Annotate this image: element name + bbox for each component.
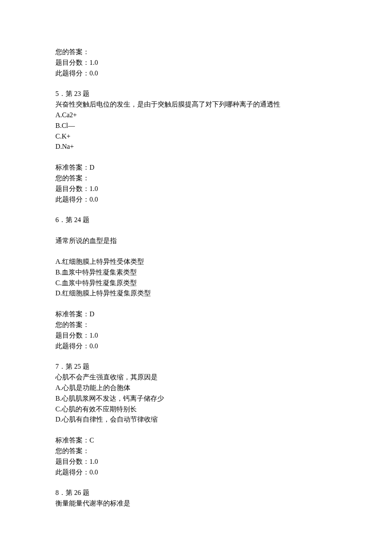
- score-value: 1.0: [89, 332, 98, 339]
- score-value: 1.0: [89, 59, 98, 66]
- question-index: 5．: [55, 90, 66, 97]
- score-line: 题目分数：1.0: [55, 330, 337, 341]
- your-answer-line: 您的答案：: [55, 173, 337, 184]
- question-stem: 心肌不会产生强直收缩，其原因是: [55, 372, 337, 383]
- question-index: 7．: [55, 363, 66, 370]
- spacer: [55, 477, 337, 488]
- earned-line: 此题得分：0.0: [55, 341, 337, 352]
- option: A.红细胞膜上特异性受体类型: [55, 257, 337, 267]
- score-value: 1.0: [89, 185, 98, 192]
- earned-value: 0.0: [89, 69, 98, 77]
- standard-answer-line: 标准答案：D: [55, 162, 337, 173]
- question-stem: 兴奋性突触后电位的发生，是由于突触后膜提高了对下列哪种离子的通透性: [55, 99, 337, 110]
- score-label: 题目分数：: [55, 59, 89, 66]
- question-index: 8．: [55, 489, 66, 496]
- earned-line: 此题得分：0.0: [55, 194, 337, 205]
- question-header: 7．第 25 题: [55, 361, 337, 372]
- question-header: 8．第 26 题: [55, 488, 337, 498]
- option: C.K+: [55, 131, 337, 142]
- score-label: 题目分数：: [55, 332, 89, 339]
- your-answer-line: 您的答案：: [55, 47, 337, 58]
- option: D.心肌有自律性，会自动节律收缩: [55, 414, 337, 425]
- option: C.心肌的有效不应期特别长: [55, 404, 337, 415]
- question-title: 第 26 题: [66, 489, 89, 496]
- standard-answer-line: 标准答案：D: [55, 309, 337, 320]
- spacer: [55, 78, 337, 89]
- earned-label: 此题得分：: [55, 342, 89, 350]
- score-value: 1.0: [89, 458, 98, 465]
- earned-label: 此题得分：: [55, 196, 89, 203]
- option: D.红细胞膜上特异性凝集原类型: [55, 288, 337, 299]
- earned-line: 此题得分：0.0: [55, 68, 337, 79]
- spacer: [55, 351, 337, 361]
- your-answer-label: 您的答案：: [55, 48, 89, 55]
- standard-answer-value: D: [89, 164, 95, 171]
- score-line: 题目分数：1.0: [55, 184, 337, 194]
- standard-answer-line: 标准答案：C: [55, 435, 337, 446]
- earned-label: 此题得分：: [55, 69, 89, 77]
- option: A.心肌是功能上的合胞体: [55, 383, 337, 393]
- your-answer-line: 您的答案：: [55, 446, 337, 457]
- earned-line: 此题得分：0.0: [55, 467, 337, 478]
- option: B.血浆中特异性凝集素类型: [55, 267, 337, 278]
- spacer: [55, 152, 337, 162]
- your-answer-label: 您的答案：: [55, 321, 89, 328]
- question-header: 5．第 23 题: [55, 89, 337, 99]
- standard-answer-value: D: [89, 310, 95, 318]
- your-answer-label: 您的答案：: [55, 447, 89, 454]
- question-stem: 通常所说的血型是指: [55, 236, 337, 246]
- your-answer-label: 您的答案：: [55, 174, 89, 182]
- question-stem: 衡量能量代谢率的标准是: [55, 498, 337, 509]
- your-answer-line: 您的答案：: [55, 320, 337, 330]
- option: B.Cl—: [55, 121, 337, 131]
- option: C.血浆中特异性凝集原类型: [55, 278, 337, 289]
- standard-answer-label: 标准答案：: [55, 436, 89, 444]
- option: B.心肌肌浆网不发达，钙离子储存少: [55, 393, 337, 404]
- spacer: [55, 225, 337, 236]
- spacer: [55, 425, 337, 435]
- spacer: [55, 299, 337, 309]
- spacer: [55, 205, 337, 215]
- score-line: 题目分数：1.0: [55, 58, 337, 68]
- earned-label: 此题得分：: [55, 468, 89, 476]
- option: D.Na+: [55, 142, 337, 152]
- earned-value: 0.0: [89, 342, 98, 350]
- question-title: 第 23 题: [66, 90, 89, 97]
- standard-answer-label: 标准答案：: [55, 164, 89, 171]
- standard-answer-value: C: [89, 436, 94, 444]
- exam-page: 您的答案： 题目分数：1.0 此题得分：0.0 5．第 23 题 兴奋性突触后电…: [0, 0, 392, 555]
- score-line: 题目分数：1.0: [55, 457, 337, 467]
- question-header: 6．第 24 题: [55, 215, 337, 225]
- question-index: 6．: [55, 216, 66, 223]
- earned-value: 0.0: [89, 468, 98, 476]
- standard-answer-label: 标准答案：: [55, 310, 89, 318]
- earned-value: 0.0: [89, 196, 98, 203]
- score-label: 题目分数：: [55, 458, 89, 465]
- question-title: 第 25 题: [66, 363, 89, 370]
- spacer: [55, 246, 337, 257]
- option: A.Ca2+: [55, 110, 337, 121]
- score-label: 题目分数：: [55, 185, 89, 192]
- question-title: 第 24 题: [66, 216, 89, 223]
